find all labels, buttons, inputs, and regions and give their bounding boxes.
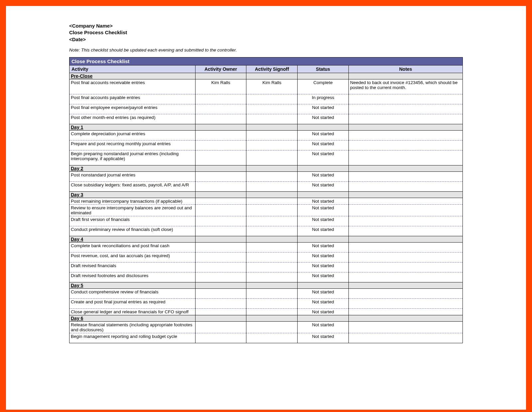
- section-empty-cell: [195, 165, 246, 171]
- activity-cell: Post remaining intercompany transactions…: [69, 198, 196, 204]
- status-cell: Not started: [298, 242, 349, 252]
- owner-cell: [195, 252, 246, 262]
- status-cell: Not started: [298, 130, 349, 140]
- section-header: Day 1: [69, 124, 463, 130]
- section-empty-cell: [195, 73, 246, 79]
- document-title: Close Process Checklist: [69, 29, 463, 36]
- signoff-cell: [246, 321, 298, 333]
- status-cell: Not started: [298, 216, 349, 226]
- status-cell: Not started: [298, 171, 349, 181]
- notes-cell: [348, 242, 463, 252]
- table-title: Close Process Checklist: [69, 57, 463, 65]
- activity-cell: Conduct comprehensive review of financia…: [69, 288, 196, 298]
- notes-cell: [348, 272, 463, 282]
- table-header-row: ActivityActivity OwnerActivity SignoffSt…: [69, 65, 463, 73]
- table-row: Post other month-end entries (as require…: [69, 114, 463, 124]
- table-row: Draft revised financialsNot started: [69, 262, 463, 272]
- notes-cell: [348, 216, 463, 226]
- status-cell: Complete: [298, 79, 349, 94]
- status-cell: Not started: [298, 333, 349, 343]
- signoff-cell: [246, 204, 298, 216]
- signoff-cell: [246, 104, 298, 114]
- activity-cell: Prepare and post recurring monthly journ…: [69, 140, 196, 150]
- column-owner: Activity Owner: [195, 65, 246, 73]
- section-header: Day 6: [69, 315, 463, 321]
- table-row: Begin management reporting and rolling b…: [69, 333, 463, 343]
- owner-cell: [195, 216, 246, 226]
- activity-cell: Post final employee expense/payroll entr…: [69, 104, 196, 114]
- owner-cell: [195, 298, 246, 308]
- owner-cell: [195, 242, 246, 252]
- owner-cell: [195, 104, 246, 114]
- table-row: Conduct preliminary review of financials…: [69, 226, 463, 236]
- activity-cell: Draft revised footnotes and disclosures: [69, 272, 196, 282]
- signoff-cell: [246, 94, 298, 104]
- table-row: Complete bank reconciliations and post f…: [69, 242, 463, 252]
- signoff-cell: [246, 262, 298, 272]
- owner-cell: [195, 198, 246, 204]
- owner-cell: [195, 321, 246, 333]
- section-empty-cell: [298, 236, 349, 242]
- activity-cell: Close subsidiary ledgers: fixed assets, …: [69, 181, 196, 191]
- section-header: Day 2: [69, 165, 463, 171]
- document-header: <Company Name> Close Process Checklist <…: [69, 23, 463, 43]
- section-name: Day 1: [69, 124, 196, 130]
- owner-cell: [195, 272, 246, 282]
- section-empty-cell: [195, 282, 246, 288]
- notes-cell: [348, 104, 463, 114]
- activity-cell: Review to ensure intercompany balances a…: [69, 204, 196, 216]
- notes-cell: [348, 198, 463, 204]
- signoff-cell: [246, 130, 298, 140]
- section-empty-cell: [348, 282, 463, 288]
- signoff-cell: [246, 242, 298, 252]
- signoff-cell: [246, 226, 298, 236]
- section-name: Day 6: [69, 315, 196, 321]
- table-row: Draft revised footnotes and disclosuresN…: [69, 272, 463, 282]
- activity-cell: Draft revised financials: [69, 262, 196, 272]
- table-row: Conduct comprehensive review of financia…: [69, 288, 463, 298]
- status-cell: Not started: [298, 114, 349, 124]
- signoff-cell: [246, 333, 298, 343]
- notes-cell: [348, 204, 463, 216]
- signoff-cell: [246, 114, 298, 124]
- owner-cell: [195, 130, 246, 140]
- owner-cell: [195, 333, 246, 343]
- status-cell: Not started: [298, 198, 349, 204]
- activity-cell: Begin preparing nonstandard journal entr…: [69, 150, 196, 165]
- column-status: Status: [298, 65, 349, 73]
- signoff-cell: [246, 171, 298, 181]
- section-empty-cell: [246, 236, 298, 242]
- section-name: Pre-Close: [69, 73, 196, 79]
- notes-cell: [348, 298, 463, 308]
- activity-cell: Post other month-end entries (as require…: [69, 114, 196, 124]
- notes-cell: [348, 252, 463, 262]
- section-empty-cell: [195, 124, 246, 130]
- activity-cell: Complete depreciation journal entries: [69, 130, 196, 140]
- signoff-cell: Kim Ralls: [246, 79, 298, 94]
- signoff-cell: [246, 252, 298, 262]
- table-row: Prepare and post recurring monthly journ…: [69, 140, 463, 150]
- status-cell: Not started: [298, 288, 349, 298]
- owner-cell: [195, 140, 246, 150]
- table-row: Review to ensure intercompany balances a…: [69, 204, 463, 216]
- section-empty-cell: [246, 191, 298, 198]
- section-empty-cell: [348, 236, 463, 242]
- column-activity: Activity: [69, 65, 196, 73]
- owner-cell: [195, 94, 246, 104]
- notes-cell: [348, 140, 463, 150]
- owner-cell: [195, 288, 246, 298]
- section-header: Day 3: [69, 191, 463, 198]
- section-name: Day 2: [69, 165, 196, 171]
- notes-cell: [348, 114, 463, 124]
- owner-cell: [195, 308, 246, 315]
- table-row: Close subsidiary ledgers: fixed assets, …: [69, 181, 463, 191]
- table-row: Post remaining intercompany transactions…: [69, 198, 463, 204]
- section-empty-cell: [246, 282, 298, 288]
- section-empty-cell: [195, 236, 246, 242]
- activity-cell: Complete bank reconciliations and post f…: [69, 242, 196, 252]
- notes-cell: Needed to back out invoice #123456, whic…: [348, 79, 463, 94]
- table-row: Complete depreciation journal entriesNot…: [69, 130, 463, 140]
- section-empty-cell: [348, 191, 463, 198]
- table-row: Post revenue, cost, and tax accruals (as…: [69, 252, 463, 262]
- section-empty-cell: [298, 124, 349, 130]
